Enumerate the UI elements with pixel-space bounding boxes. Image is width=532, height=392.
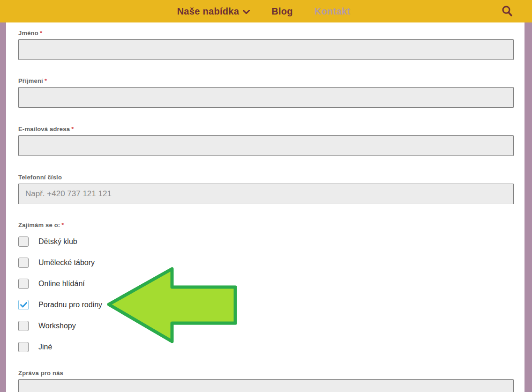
contact-form: Jméno* Příjmení* E-mailová adresa* Telef… [18, 22, 514, 392]
field-group-jmeno: Jméno* [18, 30, 514, 60]
nav-label: Blog [271, 6, 293, 17]
field-group-telefon: Telefonní číslo [18, 174, 514, 204]
checkbox-label: Workshopy [38, 322, 76, 330]
checkbox-detsky-klub[interactable]: Dětský klub [18, 236, 514, 247]
telefon-input[interactable] [18, 184, 514, 204]
required-asterisk: * [40, 30, 42, 37]
checkbox-label: Dětský klub [38, 237, 77, 246]
checkbox-jine[interactable]: Jiné [18, 341, 514, 352]
checkbox-label: Online hlídání [38, 280, 85, 288]
zprava-textarea[interactable] [18, 379, 514, 392]
jmeno-input[interactable] [18, 39, 514, 60]
check-icon [20, 302, 27, 308]
interests-legend: Zajímám se o:* [18, 222, 514, 229]
checkbox-workshopy[interactable]: Workshopy [18, 320, 514, 331]
field-label: E-mailová adresa* [18, 126, 514, 133]
interests-group: Zajímám se o:* Dětský klub Umělecké tábo… [18, 222, 514, 352]
email-input[interactable] [18, 135, 514, 156]
field-group-email: E-mailová adresa* [18, 126, 514, 156]
required-asterisk: * [45, 77, 47, 84]
field-label: Telefonní číslo [18, 174, 514, 181]
field-label: Příjmení* [18, 77, 514, 85]
checkbox-box[interactable] [18, 342, 29, 352]
field-label: Jméno* [18, 30, 514, 37]
prijmeni-input[interactable] [18, 87, 514, 108]
checkbox-box[interactable] [18, 237, 29, 247]
checkbox-umelecke-tabory[interactable]: Umělecké tábory [18, 257, 514, 268]
nav-label: Naše nabídka [177, 6, 240, 17]
checkbox-label: Jiné [38, 343, 52, 351]
checkbox-online-hlidani[interactable]: Online hlídání [18, 278, 514, 289]
required-asterisk: * [71, 126, 74, 133]
field-label: Zpráva pro nás [18, 370, 514, 377]
nav-item-nase-nabidka[interactable]: Naše nabídka [177, 6, 250, 17]
checkbox-box[interactable] [18, 258, 29, 268]
nav-item-blog[interactable]: Blog [271, 6, 293, 17]
checkbox-poradnu-pro-rodiny[interactable]: Poradnu pro rodiny [18, 299, 514, 310]
checkbox-box[interactable] [18, 279, 29, 289]
nav-label: Kontakt [315, 6, 351, 17]
top-nav-bar: Naše nabídka Blog Kontakt [0, 0, 532, 22]
checkbox-label: Poradnu pro rodiny [38, 301, 102, 309]
field-group-zprava: Zpráva pro nás [18, 370, 514, 392]
left-edge-strip [0, 22, 6, 392]
nav-item-kontakt[interactable]: Kontakt [315, 6, 351, 17]
required-asterisk: * [61, 222, 64, 229]
checkbox-label: Umělecké tábory [38, 259, 95, 267]
main-nav: Naše nabídka Blog Kontakt [177, 6, 351, 17]
chevron-down-icon [243, 10, 250, 15]
right-edge-strip [525, 22, 532, 392]
search-button[interactable] [499, 3, 515, 19]
field-group-prijmeni: Příjmení* [18, 77, 514, 108]
checkbox-box[interactable] [18, 321, 29, 331]
checkbox-box[interactable] [18, 300, 29, 310]
search-icon [501, 5, 513, 17]
